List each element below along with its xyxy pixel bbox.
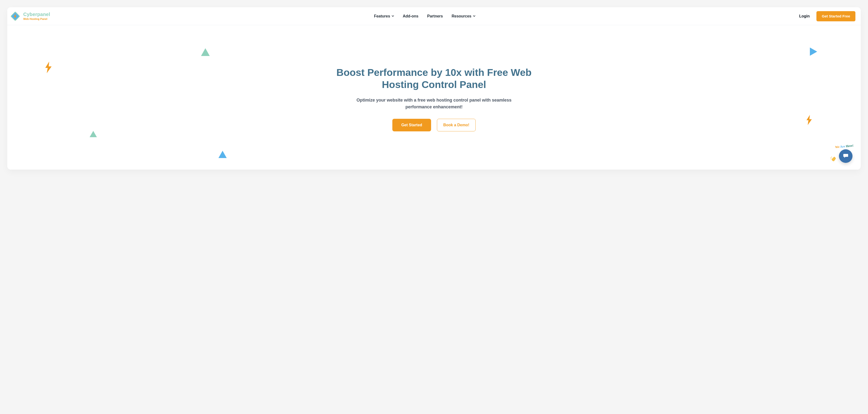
main-menu: Features Add-ons Partners Resources bbox=[374, 14, 475, 19]
svg-marker-3 bbox=[810, 48, 817, 56]
get-started-button[interactable]: Get Started bbox=[392, 119, 431, 131]
brand-subtitle: Web Hosting Panel bbox=[23, 18, 50, 20]
decorative-play-icon bbox=[810, 48, 817, 56]
decorative-bolt-icon bbox=[45, 62, 52, 73]
hero-title: Boost Performance by 10x with Free Web H… bbox=[325, 66, 543, 91]
book-demo-button[interactable]: Book a Demo! bbox=[437, 119, 476, 131]
nav-label: Partners bbox=[427, 14, 443, 19]
hero-ctas: Get Started Book a Demo! bbox=[392, 119, 476, 131]
nav-label: Add-ons bbox=[403, 14, 418, 19]
nav-label: Resources bbox=[452, 14, 471, 19]
nav-item-features[interactable]: Features bbox=[374, 14, 394, 19]
hero: Boost Performance by 10x with Free Web H… bbox=[7, 25, 861, 160]
page-card: Cyberpanel Web Hosting Panel Features Ad… bbox=[7, 7, 861, 170]
chat-widget: We Are Here! bbox=[830, 149, 852, 163]
chat-fab-button[interactable] bbox=[839, 149, 852, 163]
decorative-triangle-icon bbox=[90, 131, 97, 137]
get-started-free-button[interactable]: Get Started Free bbox=[816, 11, 856, 21]
brand-title: Cyberpanel bbox=[23, 12, 50, 17]
nav-item-resources[interactable]: Resources bbox=[452, 14, 475, 19]
hero-subtitle: Optimize your website with a free web ho… bbox=[347, 97, 521, 111]
nav-label: Features bbox=[374, 14, 390, 19]
brand[interactable]: Cyberpanel Web Hosting Panel bbox=[10, 11, 50, 22]
svg-marker-4 bbox=[90, 131, 97, 137]
nav-actions: Login Get Started Free bbox=[799, 11, 856, 21]
decorative-bolt-icon bbox=[806, 115, 812, 125]
decorative-triangle-icon bbox=[218, 151, 227, 158]
chevron-down-icon bbox=[473, 15, 475, 17]
nav-item-addons[interactable]: Add-ons bbox=[403, 14, 418, 19]
decorative-triangle-icon bbox=[201, 48, 210, 56]
chat-bubble-icon bbox=[843, 153, 848, 159]
svg-marker-2 bbox=[201, 48, 210, 56]
top-nav: Cyberpanel Web Hosting Panel Features Ad… bbox=[7, 7, 861, 25]
svg-marker-5 bbox=[218, 151, 227, 158]
wave-hand-icon bbox=[830, 155, 838, 164]
nav-item-partners[interactable]: Partners bbox=[427, 14, 443, 19]
chevron-down-icon bbox=[392, 15, 394, 17]
brand-logo-icon bbox=[10, 11, 21, 22]
login-link[interactable]: Login bbox=[799, 14, 810, 19]
